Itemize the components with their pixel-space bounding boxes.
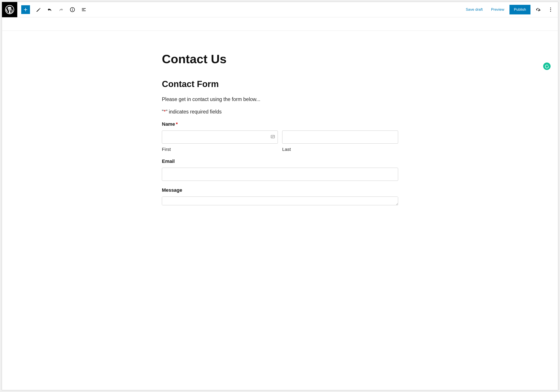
document-outline-button[interactable] — [79, 4, 89, 15]
undo-button[interactable] — [44, 4, 55, 15]
grammarly-icon — [544, 64, 549, 69]
outline-icon — [81, 7, 87, 12]
info-icon — [70, 7, 75, 12]
redo-button — [56, 4, 66, 15]
gear-icon — [535, 7, 541, 12]
message-field-block: Message — [162, 187, 398, 206]
name-required-star: * — [176, 121, 178, 127]
publish-button[interactable]: Publish — [510, 5, 530, 14]
email-label: Email — [162, 158, 398, 164]
kebab-icon — [548, 7, 553, 12]
svg-point-6 — [550, 11, 551, 12]
edit-mode-button[interactable] — [33, 4, 43, 15]
wordpress-logo[interactable] — [2, 2, 17, 17]
redo-icon — [58, 7, 64, 12]
page-title[interactable]: Contact Us — [162, 52, 398, 66]
grammarly-badge[interactable] — [543, 62, 550, 70]
required-note-right: " indicates required fields — [166, 109, 222, 115]
svg-point-2 — [72, 8, 73, 9]
wordpress-icon — [5, 5, 14, 14]
editor-subbar — [2, 17, 558, 31]
editor-canvas[interactable]: Contact Us Contact Form Please get in co… — [2, 31, 558, 390]
add-block-button[interactable] — [21, 5, 30, 14]
editor-window: Save draft Preview Publish Contact Us Co… — [2, 2, 558, 390]
toolbar-left-group — [17, 4, 89, 15]
message-label: Message — [162, 187, 398, 193]
svg-rect-3 — [72, 9, 73, 10]
first-name-sublabel: First — [162, 147, 278, 152]
preview-button[interactable]: Preview — [488, 5, 507, 14]
required-note-star: * — [164, 109, 166, 115]
page-content: Contact Us Contact Form Please get in co… — [162, 31, 398, 215]
name-label: Name* — [162, 121, 398, 127]
svg-point-8 — [272, 136, 273, 137]
contact-card-icon — [270, 134, 275, 140]
svg-point-4 — [550, 7, 551, 8]
details-button[interactable] — [67, 4, 78, 15]
last-name-input[interactable] — [282, 130, 398, 144]
email-input[interactable] — [162, 168, 398, 181]
pencil-icon — [35, 7, 41, 12]
name-label-text: Name — [162, 121, 175, 127]
settings-button[interactable] — [533, 4, 543, 15]
plus-icon — [23, 7, 29, 12]
toolbar-right-group: Save draft Preview Publish — [463, 4, 558, 15]
required-fields-note: "*" indicates required fields — [162, 109, 398, 115]
first-name-column: First — [162, 130, 278, 152]
name-field-block: Name* First Last — [162, 121, 398, 152]
first-name-input[interactable] — [162, 130, 278, 144]
name-row: First Last — [162, 130, 398, 152]
email-field-block: Email — [162, 158, 398, 181]
svg-point-5 — [550, 9, 551, 10]
editor-toolbar: Save draft Preview Publish — [2, 2, 558, 17]
form-intro-paragraph[interactable]: Please get in contact using the form bel… — [162, 96, 398, 102]
options-button[interactable] — [545, 4, 556, 15]
form-heading[interactable]: Contact Form — [162, 79, 398, 89]
last-name-sublabel: Last — [282, 147, 398, 152]
save-draft-button[interactable]: Save draft — [463, 5, 486, 14]
required-note-left: " — [162, 109, 164, 115]
last-name-column: Last — [282, 130, 398, 152]
undo-icon — [47, 7, 52, 12]
message-input[interactable] — [162, 196, 398, 205]
